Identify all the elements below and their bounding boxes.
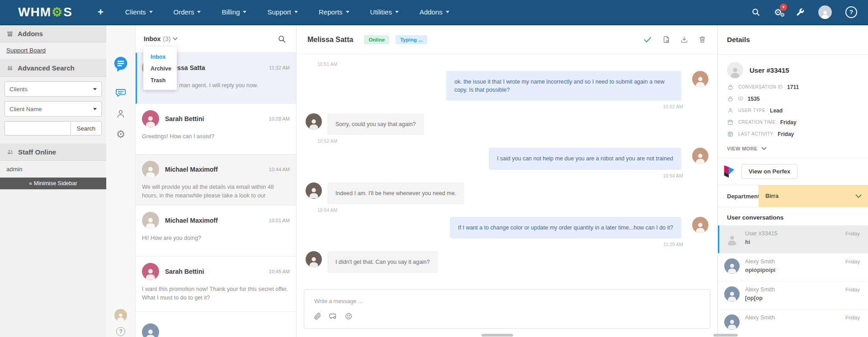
support-board-logo-icon[interactable] [112,55,129,73]
folder-option-trash[interactable]: Trash [143,75,177,86]
user-placeholder-avatar [727,62,743,78]
user-conversation-item[interactable]: User #33415Friday hi [718,225,868,253]
message-time: 10:54 AM [306,173,708,178]
search-field-select[interactable]: Client Name [5,101,102,117]
attachment-icon[interactable] [313,312,321,321]
menu-addons[interactable]: Addons [420,8,449,16]
field-conversation-id: CONVERSATION ID 1711 [718,84,868,90]
conversation-time: 10:01 AM [269,218,290,223]
perfex-logo [722,164,736,179]
conversation-preview: We will provide you all the details via … [142,183,290,200]
advanced-search-title: Advanced Search [18,64,75,72]
search-icon[interactable] [751,8,760,17]
menu-reports[interactable]: Reports [319,8,349,16]
chevron-down-icon [761,147,767,150]
details-title: Details [718,25,868,55]
staff-online-header: Staff Online [0,144,106,161]
message-time: 10:52 AM [306,104,708,109]
menu-billing[interactable]: Billing [222,8,246,16]
quick-add-button[interactable]: + [98,6,104,18]
conversation-item-michael-1[interactable]: Michael Maximoff 10:44 AM We will provid… [136,154,296,206]
menu-orders[interactable]: Orders [174,8,201,16]
view-on-perfex-button[interactable]: View on Perfex [741,164,797,179]
message-row: ok. the issue it that I wrote my name in… [306,71,708,101]
message-row: Indeed I am. I'll be here whenever you n… [306,183,708,204]
minimise-sidebar-button[interactable]: « Minimise Sidebar [0,178,106,189]
settings-tab-icon[interactable]: ⚙ [116,129,126,140]
user-conversation-item[interactable]: Alexy SmithFriday [718,309,868,337]
addons-section-header: Addons [0,25,106,42]
message-time: 10:54 AM [306,207,708,213]
caret-down-icon [446,11,449,13]
message-composer[interactable] [304,289,710,329]
lock-icon [727,95,734,102]
users-tab-icon[interactable] [115,108,126,119]
trash-icon[interactable] [698,35,707,44]
user-conversation-item[interactable]: Alexy SmithFriday opiopipoipi [718,253,868,281]
admin-avatar[interactable] [818,5,832,19]
caret-down-icon [93,88,97,90]
conversation-name: Sarah Bettini [165,268,204,275]
message-row: If I want a to change color or update my… [306,217,708,239]
message-time: 10:51 AM [306,61,708,67]
caret-down-icon [93,108,97,110]
rail-help-icon[interactable]: ? [116,327,125,336]
user-name: User #33415 [750,66,789,74]
avatar [692,71,708,87]
conversation-item-partial[interactable] [136,312,296,337]
menu-utilities[interactable]: Utilities [370,8,399,16]
download-icon[interactable] [680,35,689,44]
visitor-message-bubble: ok. the issue it that I wrote my name in… [446,71,681,101]
message-row: Sorry, could you say that again? [306,113,708,135]
system-status-gears-icon[interactable]: ⚙⚙ x [774,8,782,17]
folder-dropdown-toggle[interactable]: Inbox (3) [144,35,178,42]
conversation-preview: I want this promotion now! Thank your fo… [142,285,290,302]
conversation-search-icon[interactable] [278,35,286,43]
calendar-icon [727,119,734,126]
menu-clients[interactable]: Clients [125,8,153,16]
avatar [142,110,159,127]
conversation-item-sarah-2[interactable]: Sarah Bettini 10:45 AM I want this promo… [136,257,296,312]
whmcs-logo[interactable]: WHM⚙S [18,5,72,19]
folder-option-inbox[interactable]: Inbox [143,51,177,63]
sidebar-search-input[interactable] [5,121,71,136]
wrench-icon[interactable] [796,8,805,17]
message-thread: 10:51 AM ok. the issue it that I wrote m… [297,54,717,289]
sidebar-search-button[interactable]: Search [71,121,102,136]
horizontal-scrollbar-thumb[interactable] [713,334,738,337]
saved-replies-icon[interactable] [329,312,337,321]
mark-read-check-icon[interactable] [643,35,652,44]
field-last-activity: LAST ACTIVITY Friday [718,131,868,137]
avatar [142,323,159,337]
agent-message-bubble: Indeed I am. I'll be here whenever you n… [327,183,464,204]
conversation-time: 11:32 AM [269,65,290,70]
menu-support[interactable]: Support [267,8,298,16]
message-time: 10:52 AM [306,138,708,144]
conversations-tab-icon[interactable] [115,87,127,98]
support-board-rail: ⚙ ? 3.0 [106,25,136,337]
message-time: 11:29 AM [306,242,708,247]
avatar [142,212,159,229]
support-board-link[interactable]: Support Board [6,47,46,54]
conversation-item-sarah-1[interactable]: Sarah Bettini 10:28 AM Greetings! How ca… [136,104,296,154]
help-icon[interactable]: ? [845,6,857,18]
message-input[interactable] [313,298,703,305]
department-value: Birra [765,193,778,199]
agent-avatar[interactable] [114,309,127,322]
horizontal-scrollbar-thumb[interactable] [481,334,513,337]
folder-option-archive[interactable]: Archive [143,63,177,75]
transcript-note-icon[interactable] [662,35,670,44]
view-more-toggle[interactable]: VIEW MORE [718,142,868,158]
user-conversation-item[interactable]: Alexy SmithFriday [op[op [718,281,868,309]
conversation-item-michael-2[interactable]: Michael Maximoff 10:01 AM Hi! How are yo… [136,206,296,257]
search-type-select[interactable]: Clients [5,81,102,97]
avatar [724,258,740,274]
box-icon [6,30,14,37]
field-id: ID 1535 [718,95,868,102]
message-row: I didn't get that. Can you say it again? [306,251,708,273]
caret-down-icon [149,11,153,13]
perfex-row: View on Perfex [718,158,868,185]
department-select[interactable]: Department Birra [718,185,868,207]
top-navbar: WHM⚙S + Clients Orders Billing Support R… [0,0,868,25]
emoji-icon[interactable] [344,312,353,321]
